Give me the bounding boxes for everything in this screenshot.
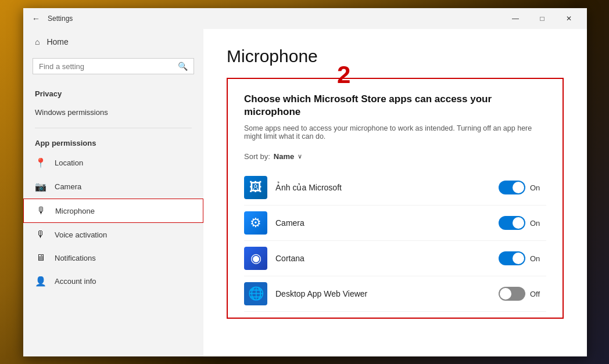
search-input[interactable]	[39, 62, 174, 71]
sidebar-item-windows-permissions[interactable]: Windows permissions	[23, 102, 203, 123]
app-name-photos: Ảnh của Microsoft	[275, 183, 499, 192]
app-row-desktop: 🌐 Desktop App Web Viewer Off	[244, 276, 546, 312]
voice-icon: 🎙	[35, 229, 46, 240]
app-icon-photos: 🖼	[244, 176, 267, 199]
annotation-badge-2: 2	[337, 61, 350, 89]
search-icon: 🔍	[178, 62, 188, 71]
sidebar-item-notifications[interactable]: 🖥 Notifications	[23, 246, 203, 269]
app-icon-camera: ⚙	[244, 211, 267, 235]
settings-window: ← Settings — □ ✕ ⌂ Home 🔍 Privacy Window…	[23, 8, 587, 356]
privacy-section-label: Privacy	[23, 84, 203, 102]
page-title: Microphone	[227, 46, 564, 66]
toggle-thumb-desktop	[500, 288, 511, 300]
microphone-icon: 🎙	[35, 206, 47, 216]
close-button[interactable]: ✕	[556, 8, 582, 29]
camera-icon: 📷	[35, 181, 46, 192]
location-label: Location	[55, 158, 83, 167]
store-apps-description: Some apps need to access your microphone…	[244, 124, 546, 140]
toggle-thumb-camera	[513, 217, 524, 229]
microphone-wrapper: 🎙 Microphone 1	[23, 199, 203, 223]
content-area: ⌂ Home 🔍 Privacy Windows permissions App…	[23, 29, 587, 356]
sidebar: ⌂ Home 🔍 Privacy Windows permissions App…	[23, 29, 203, 356]
app-icon-cortana: ◉	[244, 247, 267, 270]
search-box[interactable]: 🔍	[33, 58, 194, 74]
app-row-camera: ⚙ Camera On	[244, 206, 546, 241]
toggle-label-camera: On	[530, 219, 546, 228]
main-panel: Microphone 2 Choose which Microsoft Stor…	[203, 29, 587, 356]
voice-activation-label: Voice activation	[55, 230, 107, 239]
sidebar-item-voice-activation[interactable]: 🎙 Voice activation	[23, 223, 203, 246]
camera-label: Camera	[55, 182, 81, 191]
store-apps-section: Choose which Microsoft Store apps can ac…	[227, 78, 564, 319]
maximize-button[interactable]: □	[529, 8, 556, 29]
window-controls: — □ ✕	[502, 8, 582, 29]
app-name-cortana: Cortana	[275, 254, 499, 263]
sidebar-divider	[35, 128, 192, 128]
app-row-cortana: ◉ Cortana On	[244, 241, 546, 276]
sidebar-item-location[interactable]: 📍 Location	[23, 151, 203, 175]
toggle-thumb-cortana	[513, 253, 524, 264]
app-icon-desktop: 🌐	[244, 282, 267, 305]
titlebar: ← Settings — □ ✕	[23, 8, 587, 29]
toggle-switch-photos[interactable]	[499, 181, 525, 194]
app-permissions-label: App permissions	[23, 133, 203, 151]
toggle-thumb-photos	[513, 182, 524, 193]
sort-value[interactable]: Name	[274, 152, 294, 161]
toggle-desktop[interactable]: Off	[499, 287, 546, 301]
toggle-switch-desktop[interactable]	[499, 287, 525, 301]
account-info-icon: 👤	[35, 276, 46, 287]
minimize-button[interactable]: —	[502, 8, 529, 29]
sidebar-item-account-info[interactable]: 👤 Account info	[23, 269, 203, 293]
windows-permissions-label: Windows permissions	[35, 108, 108, 117]
home-label: Home	[46, 37, 68, 46]
toggle-switch-cortana[interactable]	[499, 251, 525, 265]
sidebar-item-camera[interactable]: 📷 Camera	[23, 175, 203, 199]
toggle-photos[interactable]: On	[499, 181, 546, 194]
toggle-switch-camera[interactable]	[499, 216, 525, 230]
back-button[interactable]: ←	[28, 10, 44, 27]
notifications-icon: 🖥	[35, 253, 46, 263]
app-name-camera: Camera	[275, 218, 499, 228]
microphone-label: Microphone	[55, 207, 95, 215]
toggle-label-desktop: Off	[530, 290, 546, 298]
toggle-camera[interactable]: On	[499, 216, 546, 230]
store-apps-title: Choose which Microsoft Store apps can ac…	[244, 93, 546, 118]
sort-by-label: Sort by:	[244, 152, 270, 161]
sort-chevron-icon[interactable]: ∨	[298, 153, 302, 160]
sort-row: Sort by: Name ∨	[244, 152, 546, 161]
account-info-label: Account info	[55, 277, 96, 286]
window-title: Settings	[48, 15, 502, 23]
sidebar-item-microphone[interactable]: 🎙 Microphone	[23, 199, 203, 223]
toggle-label-photos: On	[530, 183, 546, 192]
sidebar-item-home[interactable]: ⌂ Home	[23, 29, 203, 55]
toggle-label-cortana: On	[530, 254, 546, 263]
notifications-label: Notifications	[55, 254, 96, 262]
location-icon: 📍	[35, 157, 46, 168]
app-name-desktop: Desktop App Web Viewer	[275, 289, 499, 298]
toggle-cortana[interactable]: On	[499, 251, 546, 265]
app-row-photos: 🖼 Ảnh của Microsoft On	[244, 170, 546, 206]
home-icon: ⌂	[35, 37, 40, 46]
